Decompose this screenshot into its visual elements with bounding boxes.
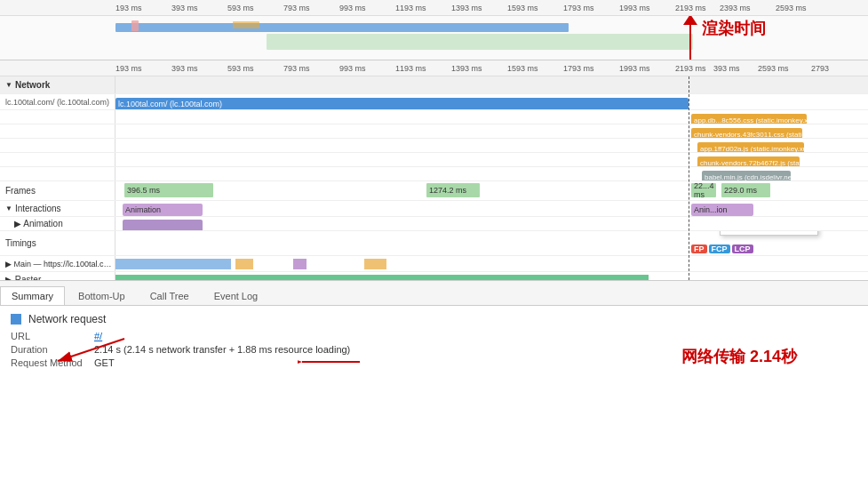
fcp-badge: FCP [709,245,730,253]
track-section[interactable]: ▼ Network lc.100tal.com/ (lc.100tal.com)… [0,76,868,281]
fp-badge: FP [691,245,707,253]
duration-label: Duration [11,344,91,355]
interaction-bar2: Anin...ion [691,204,753,216]
network-request-icon [11,314,21,325]
interactions-header: ▼ Interactions Animation Anin...ion [0,201,868,217]
tab-event-log[interactable]: Event Log [203,286,270,305]
network-row-js2: chunk-vendors.72b467f2.js (static.im... [0,153,868,167]
network-row-css1-label [0,110,115,124]
frames-label: Frames [0,181,115,200]
timings-content: FP FCP LCP First Contentful Paint [115,231,868,255]
network-row-main-content: lc.100tal.com/ (lc.100tal.com) [115,94,868,109]
animation-sub-content [115,217,868,230]
lcp-badge: LCP [732,245,753,253]
frames-row: Frames 396.5 ms 1274.2 ms 22...4 ms 229.… [0,181,868,201]
overview-minimap[interactable]: 渲染时间 [0,16,868,60]
tab-summary[interactable]: Summary [0,286,65,305]
network-row-js2-content: chunk-vendors.72b467f2.js (static.im... [115,153,868,166]
raster-label: ▶ Raster [0,272,115,281]
tab-bottom-up[interactable]: Bottom-Up [67,286,137,305]
interactions-label: ▼ Interactions [0,201,115,216]
panel-title: Network request [28,313,106,325]
render-time-annotation: 渲染时间 [702,18,766,39]
bottom-tabs: Summary Bottom-Up Call Tree Event Log [0,281,868,306]
network-row-js1-content: app.1ff7d02a.js (static.imonkey.xueer... [115,139,868,152]
network-row-babel-label [0,167,115,180]
main-thread-content [115,256,868,271]
network-bar-css1: app.db...8c556.css (static.imonkey.xue..… [691,114,807,124]
network-row-css2-content: chunk-vendors.43fc3011.css (static.ir... [115,124,868,138]
network-section-header: ▼ Network [0,76,868,94]
network-row-css1-content: app.db...8c556.css (static.imonkey.xue..… [115,110,868,124]
url-row: URL #/ [11,331,857,341]
network-time-annotation: 网络传输 2.14秒 [681,346,797,367]
frames-content: 396.5 ms 1274.2 ms 22...4 ms 229.0 ms [115,181,868,200]
network-row-css2-label [0,124,115,138]
fcp-tooltip: First Contentful Paint [720,231,818,236]
animation-sub-row: ▶ Animation [0,217,868,231]
cursor-vline [689,76,689,280]
network-bar-babel: babel.min.js (cdn.isdelivr.net)... [702,171,791,180]
svg-marker-0 [683,16,697,25]
url-label: URL [11,331,91,341]
interactions-content: Animation Anin...ion [115,201,868,216]
top-ruler: 193 ms 393 ms 593 ms 793 ms 993 ms 1193 … [0,0,868,16]
red-arrow-overview [683,16,697,32]
network-row-js2-label [0,153,115,166]
network-row-main: lc.100tal.com/ (lc.100tal.com) lc.100tal… [0,94,868,110]
network-row-css1: app.db...8c556.css (static.imonkey.xue..… [0,110,868,124]
frames-bar4: 229.0 ms [721,183,770,197]
network-bar-js2: chunk-vendors.72b467f2.js (static.im... [697,156,800,166]
interaction-bar1: Animation [123,204,203,216]
timings-label: Timings [0,231,115,255]
method-label: Request Method [11,357,91,368]
panel-header: Network request [11,313,857,325]
network-row-js1-label [0,139,115,152]
network-bar-css2: chunk-vendors.43fc3011.css (static.ir... [691,128,802,138]
network-bar-main: lc.100tal.com/ (lc.100tal.com) [115,98,689,109]
network-row-js1: app.1ff7d02a.js (static.imonkey.xueer... [0,139,868,153]
network-label: ▼ Network [0,76,115,93]
network-row-main-label: lc.100tal.com/ (lc.100tal.com) [0,94,115,109]
frames-bar1: 396.5 ms [124,183,213,197]
raster-content [115,272,868,281]
network-row-babel: babel.min.js (cdn.isdelivr.net)... [0,167,868,181]
frames-bar3: 22...4 ms [691,183,716,197]
tab-call-tree[interactable]: Call Tree [139,286,201,305]
network-bar-js1: app.1ff7d02a.js (static.imonkey.xueer... [697,142,804,152]
timing-badges: FP FCP LCP [691,245,753,253]
method-value: GET [94,357,115,368]
animation-sub-label: ▶ Animation [0,217,115,230]
timings-row: Timings FP FCP LCP First Contentful Pain… [0,231,868,256]
network-row-css2: chunk-vendors.43fc3011.css (static.ir... [0,124,868,139]
duration-value: 2.14 s (2.14 s network transfer + 1.88 m… [94,344,350,355]
second-ruler: 193 ms 393 ms 593 ms 793 ms 993 ms 1193 … [0,60,868,76]
url-value[interactable]: #/ [94,331,102,341]
bottom-panel: Network request URL #/ Duration 2.14 s (… [0,306,868,378]
animation-sub-bar [123,220,203,230]
frames-bar2: 1274.2 ms [426,183,480,197]
raster-row: ▶ Raster [0,272,868,281]
network-row-babel-content: babel.min.js (cdn.isdelivr.net)... [115,167,868,180]
main-thread-label: ▶ Main — https://lc.100tal.com/ [0,256,115,271]
main-thread-row: ▶ Main — https://lc.100tal.com/ [0,256,868,272]
